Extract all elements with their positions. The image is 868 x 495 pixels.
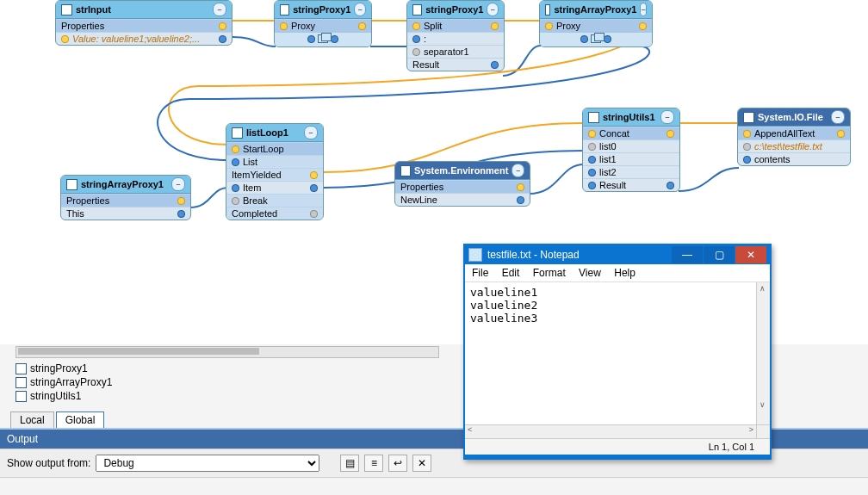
list-item[interactable]: stringProxy1: [16, 362, 455, 375]
port-out[interactable]: [666, 182, 674, 189]
port-out[interactable]: [177, 197, 185, 205]
port-in[interactable]: [580, 35, 588, 43]
node-listLoop1[interactable]: listLoop1– StartLoop List ItemYielded It…: [226, 123, 324, 220]
port-in[interactable]: [743, 143, 751, 151]
port-out[interactable]: [310, 171, 318, 179]
collapse-icon[interactable]: –: [831, 110, 845, 124]
output-label: Show output from:: [7, 457, 90, 469]
close-button[interactable]: ✕: [735, 246, 766, 263]
collapse-icon[interactable]: –: [354, 3, 366, 16]
port-in[interactable]: [545, 22, 553, 30]
list-item[interactable]: stringArrayProxy1: [16, 375, 455, 389]
maximize-button[interactable]: ▢: [704, 246, 735, 263]
port-out[interactable]: [331, 35, 338, 43]
minimize-button[interactable]: —: [672, 246, 703, 263]
port-out[interactable]: [177, 210, 185, 218]
node-title: listLoop1: [246, 127, 288, 138]
port-in[interactable]: [307, 35, 315, 43]
port-out[interactable]: [517, 183, 524, 191]
collapse-icon[interactable]: –: [660, 110, 674, 124]
menu-help[interactable]: Help: [614, 267, 636, 279]
port-in[interactable]: [588, 156, 596, 164]
node-strInput[interactable]: strInput– Properties Value: valueline1;v…: [55, 0, 232, 46]
node-stringArrayProxy1-props[interactable]: stringArrayProxy1– Properties This: [60, 175, 191, 220]
port-out[interactable]: [219, 35, 226, 43]
node-sub: Split: [424, 21, 442, 31]
port-out[interactable]: [358, 22, 366, 30]
port-in[interactable]: [743, 156, 751, 164]
list-item[interactable]: stringUtils1: [16, 389, 455, 403]
proxy-icon: [66, 179, 78, 190]
node-stringArrayProxy1-proxy[interactable]: stringArrayProxy1– Proxy: [539, 0, 653, 47]
notepad-h-scrollbar[interactable]: [465, 425, 756, 438]
tab-local[interactable]: Local: [10, 411, 54, 429]
port-out[interactable]: [491, 22, 499, 30]
port-in[interactable]: [232, 184, 239, 192]
node-stringProxy1-proxy[interactable]: stringProxy1– Proxy: [274, 0, 372, 47]
chain-icon: [591, 34, 601, 43]
toolbar-button[interactable]: ≡: [364, 455, 383, 472]
menu-file[interactable]: File: [472, 267, 488, 279]
collapse-icon[interactable]: –: [304, 126, 318, 139]
toolbar-button[interactable]: ↩: [388, 455, 407, 472]
notepad-titlebar[interactable]: testfile.txt - Notepad — ▢ ✕: [465, 245, 770, 264]
ide-window: strInput– Properties Value: valueline1;v…: [0, 0, 868, 495]
row-label: list2: [599, 167, 617, 177]
collapse-icon[interactable]: –: [512, 164, 524, 177]
node-sub: Proxy: [556, 21, 580, 31]
node-sub: AppendAllText: [754, 128, 815, 139]
node-system-environment[interactable]: System.Environment– Properties NewLine: [394, 161, 530, 207]
port-out[interactable]: [310, 210, 318, 218]
row-label: This: [66, 208, 84, 219]
port-out[interactable]: [837, 130, 845, 138]
node-stringProxy1-split[interactable]: stringProxy1– Split : separator1 Result: [406, 0, 505, 71]
notepad-menubar: File Edit Format View Help: [465, 264, 770, 282]
collapse-icon[interactable]: –: [487, 3, 499, 16]
proxy-icon: [412, 4, 422, 15]
port-out[interactable]: [310, 184, 318, 192]
node-title: strInput: [76, 4, 111, 15]
row-label: Item: [243, 183, 261, 193]
port-in[interactable]: [280, 22, 288, 30]
port-in[interactable]: [743, 130, 751, 138]
port-in[interactable]: [232, 158, 239, 166]
port-in[interactable]: [412, 22, 420, 30]
collapse-icon[interactable]: –: [640, 3, 647, 16]
port-out[interactable]: [517, 196, 524, 204]
node-stringUtils1[interactable]: stringUtils1– Concat list0 list1 list2 R…: [582, 108, 680, 192]
toolbar-button[interactable]: ▤: [340, 455, 359, 472]
port-in[interactable]: [588, 169, 596, 176]
port-in[interactable]: [588, 143, 596, 151]
toolbar-button[interactable]: ✕: [412, 455, 431, 472]
port-in[interactable]: [588, 130, 596, 138]
menu-format[interactable]: Format: [533, 267, 566, 279]
collapse-icon[interactable]: –: [171, 177, 185, 191]
canvas-h-scrollbar[interactable]: [16, 346, 439, 358]
port-out[interactable]: [491, 61, 499, 69]
port-in[interactable]: [588, 182, 596, 189]
port-out[interactable]: [219, 22, 226, 30]
output-source-select[interactable]: Debug: [96, 455, 319, 472]
node-title: System.Environment: [414, 165, 508, 176]
proxy-icon: [545, 4, 550, 15]
port-in[interactable]: [232, 197, 239, 205]
port-out[interactable]: [604, 35, 611, 43]
tab-global[interactable]: Global: [56, 411, 105, 429]
port-in[interactable]: [61, 35, 69, 43]
notepad-v-scrollbar[interactable]: [756, 282, 770, 424]
port-in[interactable]: [412, 48, 420, 56]
clear-icon: ✕: [418, 457, 426, 469]
menu-view[interactable]: View: [579, 267, 601, 279]
scrollbar-thumb[interactable]: [18, 348, 259, 355]
row-label: List: [243, 157, 257, 167]
row-label: StartLoop: [243, 144, 284, 154]
notepad-textarea[interactable]: valueline1 valueline2 valueline3: [465, 282, 756, 424]
notepad-window[interactable]: testfile.txt - Notepad — ▢ ✕ File Edit F…: [463, 244, 772, 460]
port-out[interactable]: [666, 130, 674, 138]
collapse-icon[interactable]: –: [213, 3, 226, 16]
port-out[interactable]: [639, 22, 647, 30]
node-system-io-file[interactable]: System.IO.File– AppendAllText c:\test\te…: [737, 108, 851, 166]
port-in[interactable]: [232, 145, 239, 153]
port-in[interactable]: [412, 35, 420, 43]
menu-edit[interactable]: Edit: [502, 267, 520, 279]
